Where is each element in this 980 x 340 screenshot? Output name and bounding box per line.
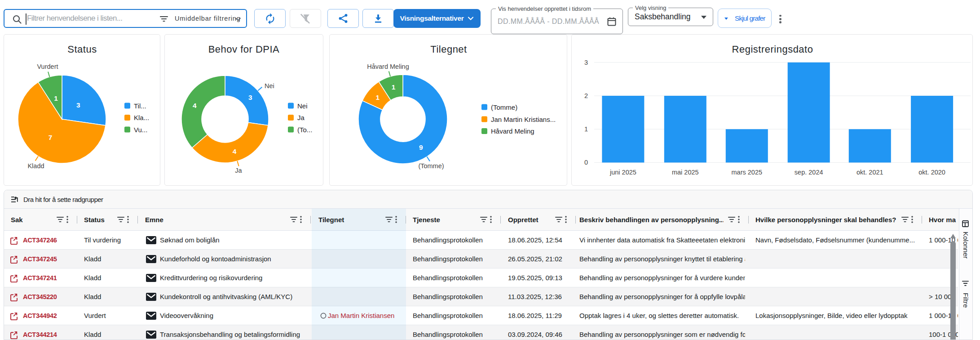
svg-text:(Tomme): (Tomme) [491,103,517,111]
svg-text:4: 4 [233,148,237,155]
svg-text:okt. 2021: okt. 2021 [856,169,883,176]
svg-text:Til...: Til... [134,102,146,110]
svg-text:3: 3 [248,94,252,101]
svg-text:3: 3 [584,59,588,66]
svg-text:Håvard Meling: Håvard Meling [491,127,534,135]
svg-text:Nei: Nei [265,82,274,89]
svg-text:Jan Martin Kristians...: Jan Martin Kristians... [491,116,556,123]
svg-text:Kla...: Kla... [134,114,149,121]
svg-text:(To...: (To... [297,126,312,134]
svg-text:Tilegnet: Tilegnet [430,44,467,55]
svg-text:4: 4 [193,102,197,109]
svg-text:Kladd: Kladd [27,162,44,170]
svg-text:1: 1 [584,125,588,133]
svg-text:0: 0 [584,159,588,166]
svg-text:Status: Status [67,44,97,55]
svg-text:Nei: Nei [297,102,308,110]
svg-text:1: 1 [375,94,380,101]
svg-text:mars 2025: mars 2025 [732,169,763,176]
svg-text:juni 2025: juni 2025 [609,169,636,176]
svg-text:Vu...: Vu... [134,126,147,134]
svg-text:mai 2025: mai 2025 [672,169,699,176]
svg-text:1: 1 [54,94,58,102]
svg-text:Håvard Meling: Håvard Meling [367,63,409,70]
svg-text:Ja: Ja [235,167,242,174]
svg-text:2: 2 [584,92,588,99]
svg-text:3: 3 [76,101,80,109]
svg-text:okt. 2020: okt. 2020 [918,169,945,176]
svg-text:Registreringsdato: Registreringsdato [732,44,813,55]
svg-text:sep. 2024: sep. 2024 [795,169,823,176]
svg-text:7: 7 [49,134,53,141]
svg-text:9: 9 [419,143,423,151]
svg-text:1: 1 [392,83,396,91]
svg-text:Ja: Ja [297,114,305,121]
svg-text:Vurdert: Vurdert [37,63,58,70]
svg-text:Behov for DPIA: Behov for DPIA [208,44,280,55]
svg-text:(Tomme): (Tomme) [418,162,444,170]
